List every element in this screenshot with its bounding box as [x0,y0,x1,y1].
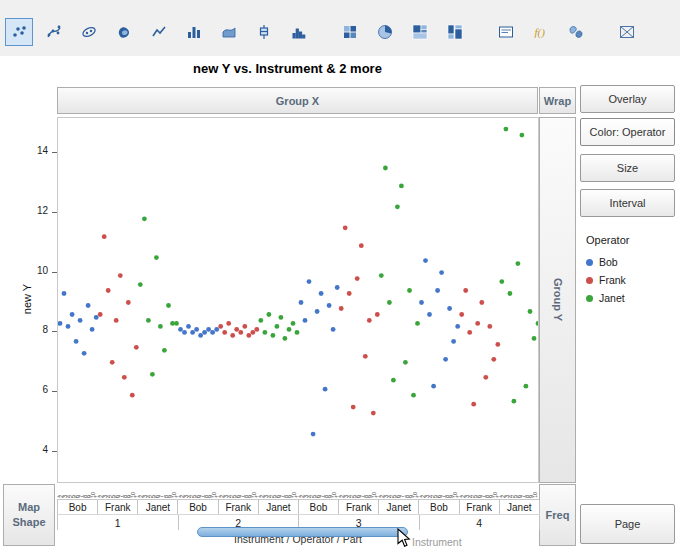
data-point[interactable] [391,378,396,383]
points-icon[interactable] [5,18,33,46]
data-point[interactable] [524,384,529,389]
box-plot-icon[interactable] [250,18,278,46]
data-point[interactable] [258,318,263,323]
data-point[interactable] [455,324,460,329]
data-point[interactable] [299,300,304,305]
y-axis-title[interactable]: new Y [21,269,33,329]
data-point[interactable] [138,282,143,287]
data-point[interactable] [150,372,155,377]
data-point[interactable] [90,327,95,332]
formula-icon[interactable]: f() [527,18,555,46]
data-point[interactable] [403,360,408,365]
data-point[interactable] [439,270,444,275]
color-button[interactable]: Color: Operator [580,118,675,146]
data-point[interactable] [230,333,235,338]
data-point[interactable] [407,288,412,293]
data-point[interactable] [419,300,424,305]
data-point[interactable] [431,384,436,389]
size-button[interactable]: Size [580,154,675,182]
data-point[interactable] [198,333,203,338]
data-point[interactable] [114,318,119,323]
data-point[interactable] [142,216,147,221]
data-point[interactable] [263,330,268,335]
parallel-plot-icon[interactable] [613,18,641,46]
data-point[interactable] [335,285,340,290]
data-point[interactable] [399,184,404,189]
legend-item[interactable]: Bob [586,253,678,271]
data-point[interactable] [210,330,215,335]
data-point[interactable] [487,324,492,329]
data-point[interactable] [178,327,183,332]
data-point[interactable] [186,324,191,329]
data-point[interactable] [423,258,428,263]
data-point[interactable] [82,351,87,356]
line-icon[interactable] [145,18,173,46]
data-point[interactable] [118,273,123,278]
data-point[interactable] [70,312,75,317]
data-point[interactable] [182,330,187,335]
mosaic-icon[interactable] [441,18,469,46]
data-point[interactable] [202,330,207,335]
data-point[interactable] [242,324,247,329]
data-point[interactable] [214,327,219,332]
data-point[interactable] [162,348,167,353]
data-point[interactable] [146,318,151,323]
data-point[interactable] [154,255,159,260]
data-point[interactable] [174,321,179,326]
interval-button[interactable]: Interval [580,189,675,217]
data-point[interactable] [475,321,480,326]
data-point[interactable] [355,276,360,281]
contour-icon[interactable] [110,18,138,46]
data-point[interactable] [307,279,312,284]
data-point[interactable] [504,127,509,132]
data-point[interactable] [62,291,67,296]
data-point[interactable] [347,291,352,296]
data-point[interactable] [246,333,251,338]
data-point[interactable] [98,312,103,317]
data-point[interactable] [363,354,368,359]
data-point[interactable] [508,291,513,296]
data-point[interactable] [463,288,468,293]
data-point[interactable] [78,318,83,323]
data-point[interactable] [479,300,484,305]
data-point[interactable] [387,300,392,305]
data-point[interactable] [331,327,336,332]
data-point[interactable] [130,393,135,398]
data-point[interactable] [491,357,496,362]
data-point[interactable] [415,321,420,326]
data-point[interactable] [194,327,199,332]
overlay-button[interactable]: Overlay [580,85,675,113]
data-point[interactable] [516,261,521,266]
data-point[interactable] [158,324,163,329]
axis-drag-slider[interactable] [197,527,408,537]
pie-icon[interactable] [371,18,399,46]
caption-box-icon[interactable] [492,18,520,46]
data-point[interactable] [319,291,324,296]
data-point[interactable] [411,393,416,398]
data-point[interactable] [66,324,71,329]
data-point[interactable] [528,309,533,314]
data-point[interactable] [395,204,400,209]
data-point[interactable] [451,339,456,344]
data-point[interactable] [512,399,517,404]
data-point[interactable] [459,312,464,317]
data-point[interactable] [499,279,504,284]
data-point[interactable] [323,387,328,392]
data-point[interactable] [166,303,171,308]
data-point[interactable] [435,288,440,293]
map-shapes-icon[interactable] [562,18,590,46]
data-point[interactable] [311,432,316,437]
data-point[interactable] [218,324,223,329]
legend-item[interactable]: Frank [586,271,678,289]
histogram-icon[interactable] [285,18,313,46]
legend-item[interactable]: Janet [586,289,678,307]
data-point[interactable] [86,303,91,308]
data-point[interactable] [126,300,131,305]
data-point[interactable] [371,411,376,416]
bar-icon[interactable] [180,18,208,46]
data-point[interactable] [94,315,99,320]
data-point[interactable] [483,375,488,380]
data-point[interactable] [250,330,255,335]
data-point[interactable] [134,345,139,350]
group-y-drop-zone[interactable]: Group Y [539,117,576,483]
